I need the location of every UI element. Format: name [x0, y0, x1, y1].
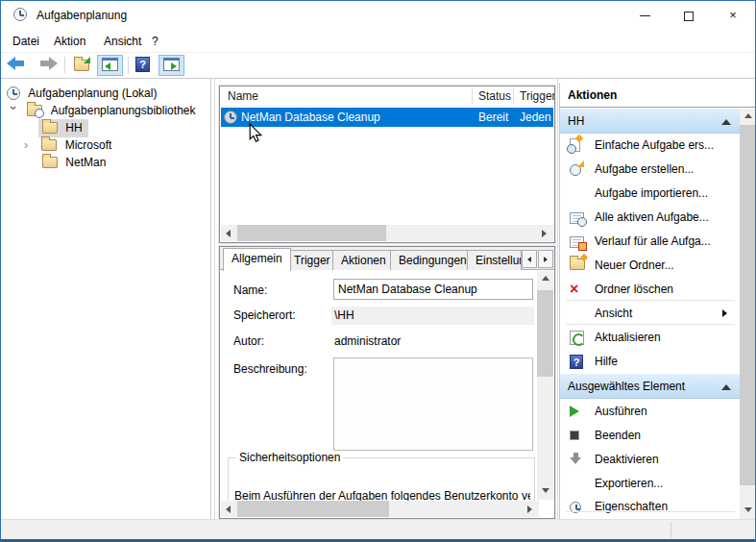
scrollbar-thumb[interactable]	[740, 125, 755, 485]
column-header-trigger[interactable]: Trigger	[520, 89, 555, 103]
tree-item-root[interactable]: Aufgabenplanung (Lokal)	[7, 85, 157, 102]
action-help[interactable]: ? Hilfe	[560, 350, 741, 374]
action-create-basic-task[interactable]: Einfache Aufgabe ers...	[560, 134, 741, 158]
scroll-left-button[interactable]	[221, 225, 237, 241]
history-icon	[570, 236, 584, 248]
export-list-button[interactable]	[74, 60, 89, 79]
action-run[interactable]: Ausführen	[560, 400, 741, 424]
titlebar[interactable]: Aufgabenplanung ×	[1, 1, 755, 30]
menu-aktion[interactable]: Aktion	[54, 35, 85, 48]
detail-vertical-scrollbar[interactable]	[537, 271, 553, 500]
action-pane-toggle-button[interactable]	[159, 55, 184, 76]
statusbar-divider	[671, 523, 671, 538]
tab-scroll-left-button[interactable]	[522, 250, 537, 268]
pane-splitter[interactable]	[214, 79, 215, 519]
task-clock-icon	[224, 111, 237, 124]
chevron-expanded-icon[interactable]: ›	[5, 106, 22, 115]
author-value: administrator	[334, 334, 401, 348]
maximize-icon	[684, 12, 694, 21]
help-button[interactable]: ?	[135, 57, 150, 76]
tree-item-hh[interactable]: HH	[42, 119, 83, 136]
action-label: Alle aktiven Aufgabe...	[595, 206, 729, 230]
action-label: Aktualisieren	[595, 326, 729, 350]
scroll-up-button[interactable]	[740, 109, 755, 125]
action-label: Ansicht	[595, 302, 729, 326]
action-label: Beenden	[595, 424, 729, 448]
action-show-running-tasks[interactable]: Alle aktiven Aufgabe...	[560, 206, 741, 230]
tree-item-netman[interactable]: NetMan	[42, 154, 106, 171]
tab-allgemein[interactable]: Allgemein	[223, 248, 291, 271]
scroll-right-button[interactable]	[523, 501, 539, 517]
tree-item-label: NetMan	[65, 156, 106, 169]
export-folder-icon	[74, 60, 89, 71]
scrollbar-thumb[interactable]	[237, 501, 389, 517]
column-header-status[interactable]: Status	[478, 89, 511, 103]
scroll-down-button[interactable]	[537, 483, 553, 500]
create-task-icon	[570, 164, 581, 176]
actions-pane-title: Aktionen	[560, 83, 755, 108]
collapse-arrow-icon[interactable]	[721, 384, 731, 390]
back-button[interactable]	[7, 57, 28, 76]
tab-scroll-right-button[interactable]	[538, 250, 553, 268]
group-header-label: Ausgewähltes Element	[568, 380, 685, 393]
action-delete-folder[interactable]: × Ordner löschen	[560, 278, 741, 302]
actions-group-selected-item[interactable]: Ausgewähltes Element	[560, 374, 741, 399]
scrollbar-thumb[interactable]	[237, 225, 386, 241]
action-end[interactable]: Beenden	[560, 424, 741, 448]
scrollbar-thumb[interactable]	[537, 290, 553, 377]
column-separator[interactable]	[513, 88, 514, 105]
tree-item-microsoft[interactable]: › Microsoft	[24, 136, 111, 154]
action-label: Aufgabe erstellen...	[595, 158, 729, 182]
column-header-name[interactable]: Name	[228, 89, 258, 103]
menu-datei[interactable]: Datei	[12, 35, 39, 48]
folder-icon	[41, 139, 57, 151]
new-folder-icon	[570, 259, 585, 270]
detail-horizontal-scrollbar[interactable]	[221, 501, 539, 517]
actions-separator	[566, 511, 735, 512]
list-horizontal-scrollbar[interactable]	[221, 225, 553, 241]
chevron-collapsed-icon[interactable]: ›	[24, 136, 34, 154]
scroll-up-button[interactable]	[537, 271, 553, 287]
minimize-button[interactable]	[622, 1, 667, 30]
menu-hilfe[interactable]: ?	[152, 35, 159, 48]
forward-arrow-icon	[37, 57, 58, 70]
tab-einstellungen[interactable]: Einstellun	[467, 250, 522, 270]
column-separator[interactable]	[472, 88, 473, 105]
scroll-left-button[interactable]	[221, 501, 237, 517]
action-export[interactable]: Exportieren...	[560, 472, 741, 496]
list-header: Name Status Trigger	[220, 86, 554, 107]
action-refresh[interactable]: Aktualisieren	[560, 326, 741, 350]
tab-bedingungen[interactable]: Bedingungen	[390, 250, 476, 270]
tab-aktionen[interactable]: Aktionen	[332, 250, 395, 270]
task-name-input[interactable]	[333, 279, 533, 300]
action-pane-icon	[163, 58, 180, 71]
action-label: Hilfe	[595, 350, 729, 374]
tab-trigger[interactable]: Trigger	[285, 250, 339, 270]
close-button[interactable]: ×	[711, 1, 755, 30]
action-create-task[interactable]: Aufgabe erstellen...	[560, 158, 741, 182]
pane-splitter[interactable]	[557, 79, 558, 519]
active-tasks-icon	[570, 212, 584, 224]
scroll-right-button[interactable]	[537, 225, 553, 241]
menu-ansicht[interactable]: Ansicht	[104, 35, 141, 48]
forward-button[interactable]	[37, 57, 58, 76]
tree-item-library[interactable]: › Aufgabenplanungsbibliothek	[9, 102, 195, 119]
action-disable[interactable]: Deaktivieren	[560, 448, 741, 472]
action-view[interactable]: Ansicht	[560, 302, 741, 326]
console-tree-toggle-button[interactable]	[97, 55, 123, 76]
task-row-selected[interactable]: NetMan Database Cleanup Bereit Jeden T	[221, 108, 553, 127]
action-task-history[interactable]: Verlauf für alle Aufga...	[560, 230, 741, 254]
scroll-down-button[interactable]	[740, 503, 755, 519]
maximize-button[interactable]	[667, 1, 711, 30]
action-label: Neuer Ordner...	[595, 254, 729, 278]
actions-group-hh[interactable]: HH	[560, 109, 741, 134]
stop-square-icon	[570, 431, 579, 440]
task-trigger: Jeden T	[520, 111, 555, 124]
tree-item-label: HH	[65, 121, 82, 135]
action-new-folder[interactable]: Neuer Ordner...	[560, 254, 741, 278]
action-import-task[interactable]: Aufgabe importieren...	[560, 182, 741, 206]
description-textarea[interactable]	[333, 357, 533, 451]
collapse-arrow-icon[interactable]	[721, 119, 731, 125]
actions-vertical-scrollbar[interactable]	[740, 109, 755, 519]
help-icon: ?	[570, 355, 583, 369]
